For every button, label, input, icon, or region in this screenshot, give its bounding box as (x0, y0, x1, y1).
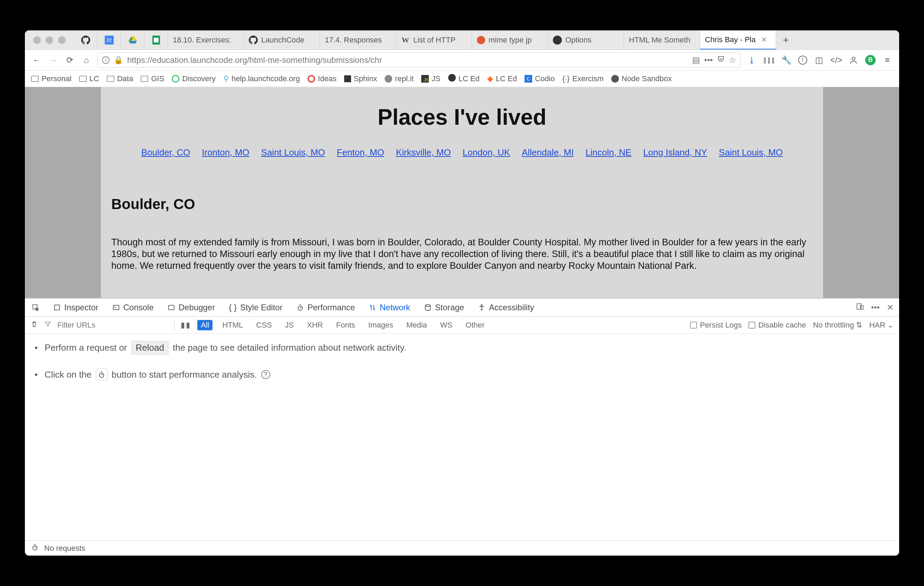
account-icon[interactable] (848, 54, 859, 66)
folder-icon (31, 76, 39, 82)
bookmark-personal[interactable]: Personal (31, 74, 71, 83)
reload-button[interactable]: ⟳ (64, 54, 75, 66)
home-button[interactable]: ⌂ (81, 54, 92, 66)
minimize-window-icon[interactable] (46, 36, 53, 44)
type-chip-media[interactable]: Media (403, 320, 431, 330)
tab-github-pinned[interactable] (74, 30, 97, 50)
devtools-tab-accessibility[interactable]: Accessibility (471, 299, 541, 316)
maximize-window-icon[interactable] (58, 36, 66, 44)
tab-calendar-pinned[interactable]: 22 (97, 30, 121, 50)
url-bar[interactable]: i 🔒 https://education.launchcode.org/htm… (97, 53, 741, 68)
tab-sheets-pinned[interactable] (144, 30, 168, 50)
filter-urls-input[interactable] (57, 321, 168, 330)
nav-link[interactable]: Saint Louis, MO (719, 147, 783, 158)
new-tab-button[interactable]: + (776, 34, 795, 46)
devtools-tab-console[interactable]: Console (106, 299, 161, 316)
devtools-picker[interactable] (25, 299, 46, 316)
devtools: Inspector Console Debugger { }Style Edit… (25, 298, 899, 556)
tab-responses[interactable]: 17.4. Responses (320, 30, 396, 50)
responsive-mode-icon[interactable] (856, 302, 864, 313)
sidebar-icon[interactable]: ◫ (813, 54, 825, 66)
tab-drive-pinned[interactable] (121, 30, 144, 50)
code-icon[interactable]: </> (831, 54, 842, 66)
devtools-tab-style[interactable]: { }Style Editor (222, 299, 289, 316)
bookmark-replit[interactable]: repl.it (384, 74, 414, 83)
type-chip-all[interactable]: All (197, 320, 213, 330)
stopwatch-icon[interactable] (31, 543, 39, 553)
tab-launchcode[interactable]: LaunchCode (244, 30, 320, 50)
devtools-close-icon[interactable]: ✕ (887, 303, 894, 312)
noscript-icon[interactable]: ! (798, 56, 807, 64)
gdrive-icon (128, 36, 137, 45)
type-chip-css[interactable]: CSS (252, 320, 275, 330)
menu-icon[interactable]: ≡ (882, 54, 893, 66)
devtools-tab-network[interactable]: Network (362, 299, 417, 316)
devtools-tab-performance[interactable]: Performance (290, 299, 362, 316)
library-icon[interactable]: ⫿⫿⫿ (764, 54, 775, 66)
nav-link[interactable]: Saint Louis, MO (261, 147, 325, 158)
bookmark-lced-gl[interactable]: ◆LC Ed (487, 74, 517, 83)
bookmark-gis[interactable]: GIS (141, 74, 164, 83)
bookmark-js[interactable]: JSJS (421, 74, 441, 83)
bookmark-exercism[interactable]: {·}Exercism (562, 74, 603, 83)
tab-htmlme[interactable]: HTML Me Someth (624, 30, 700, 50)
back-button[interactable]: ← (31, 54, 42, 66)
tab-exercises[interactable]: 18.10. Exercises: (168, 30, 244, 50)
stopwatch-button[interactable] (96, 369, 107, 380)
tab-mime[interactable]: mime type jp (472, 30, 548, 50)
clear-icon[interactable] (30, 320, 38, 330)
har-menu[interactable]: HAR ⌄ (869, 321, 894, 330)
pocket-icon[interactable] (717, 55, 724, 65)
bookmark-codio[interactable]: CCodio (525, 74, 554, 83)
page-title: Places I've lived (111, 104, 813, 130)
help-icon[interactable]: ? (261, 370, 270, 379)
close-tab-icon[interactable]: ✕ (761, 36, 767, 44)
tab-wikipedia[interactable]: WList of HTTP (396, 30, 472, 50)
nav-link[interactable]: Boulder, CO (141, 147, 190, 158)
tab-options[interactable]: Options (548, 30, 624, 50)
nav-link[interactable]: London, UK (463, 147, 510, 158)
bookmark-data[interactable]: Data (107, 74, 133, 83)
type-chip-fonts[interactable]: Fonts (333, 320, 359, 330)
forward-button[interactable]: → (48, 54, 59, 66)
page-action-icon[interactable]: ••• (704, 55, 713, 65)
info-icon[interactable]: i (102, 56, 109, 64)
download-icon[interactable]: ⭳ (746, 54, 757, 66)
wrench-icon[interactable]: 🔧 (781, 54, 792, 66)
bookmark-lc[interactable]: LC (79, 74, 99, 83)
devtools-tab-debugger[interactable]: Debugger (161, 299, 222, 316)
bookmark-ideas[interactable]: Ideas (307, 74, 337, 83)
type-chip-xhr[interactable]: XHR (304, 320, 326, 330)
type-chip-html[interactable]: HTML (219, 320, 246, 330)
nav-link[interactable]: Long Island, NY (643, 147, 707, 158)
pause-icon[interactable]: ▮▮ (181, 321, 191, 330)
reload-hint-button[interactable]: Reload (131, 341, 168, 355)
devtools-menu-icon[interactable]: ••• (871, 303, 880, 312)
nav-link[interactable]: Kirksville, MO (396, 147, 451, 158)
devtools-tab-inspector[interactable]: Inspector (46, 299, 106, 316)
disable-cache-checkbox[interactable]: Disable cache (749, 321, 806, 330)
persist-logs-checkbox[interactable]: Persist Logs (690, 321, 742, 330)
nav-link[interactable]: Allendale, MI (522, 147, 574, 158)
bookmark-sphinx[interactable]: Sphinx (344, 74, 377, 83)
svg-rect-6 (168, 305, 175, 310)
reader-mode-icon[interactable]: ▤ (692, 55, 700, 65)
close-window-icon[interactable] (33, 36, 41, 44)
bookmark-discovery[interactable]: Discovery (172, 74, 216, 83)
nav-link[interactable]: Lincoln, NE (585, 147, 631, 158)
bookmark-lced-gh[interactable]: LC Ed (448, 74, 480, 84)
bookmark-star-icon[interactable]: ☆ (729, 55, 736, 65)
type-chip-images[interactable]: Images (365, 320, 397, 330)
bookmark-nodesandbox[interactable]: Node Sandbox (611, 74, 672, 83)
type-chip-other[interactable]: Other (462, 320, 488, 330)
type-chip-ws[interactable]: WS (437, 320, 456, 330)
nav-link[interactable]: Ironton, MO (202, 147, 249, 158)
nav-link[interactable]: Fenton, MO (337, 147, 384, 158)
throttling-select[interactable]: No throttling ⇅ (813, 321, 863, 330)
bookmark-help[interactable]: ⚲help.launchcode.org (223, 74, 300, 83)
devtools-tab-storage[interactable]: Storage (417, 299, 471, 316)
profile-badge[interactable]: B (865, 55, 876, 65)
tab-chrisbay[interactable]: Chris Bay - Pla✕ (700, 30, 776, 50)
hint-text: Perform a request or (45, 342, 127, 353)
type-chip-js[interactable]: JS (282, 320, 297, 330)
